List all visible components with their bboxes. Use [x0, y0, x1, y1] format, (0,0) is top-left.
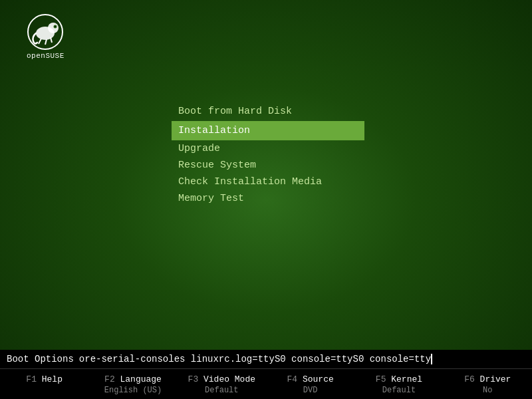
fkey-group-f3[interactable]: F3 Video ModeDefault: [178, 374, 266, 395]
fkey-num: F4: [287, 374, 298, 384]
menu-item-5[interactable]: Memory Test: [172, 190, 364, 207]
fkey-num: F1: [26, 374, 37, 384]
fkey-num: F5: [376, 374, 386, 384]
fkey-group-f5[interactable]: F5 KernelDefault: [354, 374, 443, 395]
boot-options-label: Boot Options: [7, 354, 74, 364]
boot-menu: Boot from Hard DiskInstallationUpgradeRe…: [172, 103, 364, 207]
fkey-group-f1[interactable]: F1 Help: [0, 374, 88, 384]
bottom-bar: Boot Options ore-serial-consoles linuxrc…: [0, 350, 532, 399]
fkey-label-f2: F2 Language: [104, 374, 162, 384]
fkey-num: F6: [464, 374, 475, 384]
fkey-num: F3: [188, 374, 199, 384]
fkey-group-f4[interactable]: F4 SourceDVD: [266, 374, 354, 395]
fkey-group-f2[interactable]: F2 LanguageEnglish (US): [88, 374, 177, 395]
function-keys-row: F1 HelpF2 LanguageEnglish (US)F3 Video M…: [0, 369, 532, 399]
fkey-value-f2: English (US): [104, 386, 162, 395]
boot-options-row: Boot Options ore-serial-consoles linuxrc…: [0, 350, 532, 369]
svg-point-4: [55, 26, 56, 27]
menu-item-0[interactable]: Boot from Hard Disk: [172, 103, 364, 120]
fkey-group-f6[interactable]: F6 DriverNo: [444, 374, 532, 395]
fkey-label-f6: F6 Driver: [464, 374, 511, 384]
fkey-value-f5: Default: [382, 386, 416, 395]
fkey-label-f5: F5 Kernel: [376, 374, 422, 384]
fkey-num: F2: [104, 374, 115, 384]
logo-label: openSUSE: [27, 52, 65, 60]
svg-point-2: [48, 23, 59, 33]
fkey-value-f4: DVD: [303, 386, 318, 395]
menu-item-4[interactable]: Check Installation Media: [172, 174, 364, 190]
opensuse-logo-icon: [27, 13, 64, 51]
boot-options-value: ore-serial-consoles linuxrc.log=ttyS0 co…: [79, 354, 432, 364]
svg-line-5: [39, 39, 41, 44]
logo: openSUSE: [27, 13, 65, 60]
fkey-label-f3: F3 Video Mode: [188, 374, 255, 384]
boot-options-cursor: [431, 354, 432, 364]
fkey-value-f6: No: [483, 386, 492, 395]
menu-item-1[interactable]: Installation: [172, 121, 364, 140]
menu-item-3[interactable]: Rescue System: [172, 157, 364, 174]
fkey-label-f1: F1 Help: [26, 374, 63, 384]
fkey-label-f4: F4 Source: [287, 374, 334, 384]
svg-line-6: [45, 39, 47, 45]
menu-item-2[interactable]: Upgrade: [172, 140, 364, 157]
fkey-value-f3: Default: [205, 386, 238, 395]
